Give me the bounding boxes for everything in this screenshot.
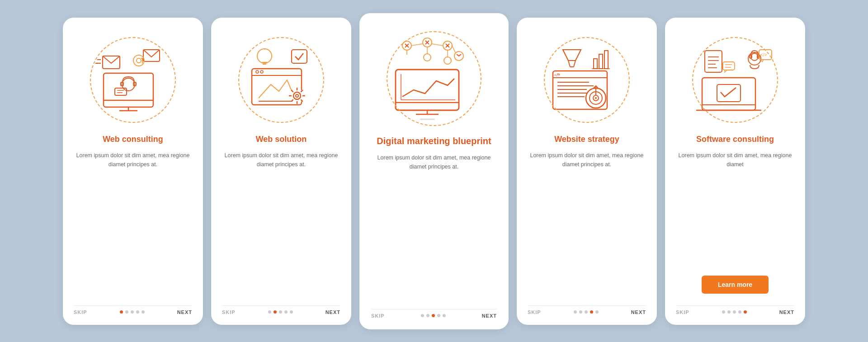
- next-button[interactable]: NEXT: [779, 309, 794, 315]
- card-web-consulting: Web consulting Lorem ipsum dolor sit dim…: [63, 18, 203, 325]
- skip-button[interactable]: SKIP: [676, 309, 689, 315]
- skip-button[interactable]: SKIP: [74, 309, 87, 315]
- dot-3: [279, 310, 282, 314]
- dot-5: [142, 310, 145, 314]
- card-description: Lorem ipsum dolor sit dim amet, mea regi…: [371, 153, 497, 171]
- cards-container: Web consulting Lorem ipsum dolor sit dim…: [63, 13, 805, 329]
- card-footer: SKIP NEXT: [676, 305, 794, 315]
- card-title: Digital marketing blueprint: [377, 135, 491, 147]
- next-button[interactable]: NEXT: [631, 309, 646, 315]
- dot-4: [136, 310, 139, 314]
- skip-button[interactable]: SKIP: [222, 309, 236, 315]
- card-description: Lorem ipsum dolor sit dim amet, mea regi…: [222, 151, 340, 169]
- icon-area-software-consulting: </>: [685, 30, 785, 130]
- dots-indicator: [574, 310, 599, 314]
- card-title: Web solution: [256, 134, 307, 145]
- dot-4: [590, 310, 593, 314]
- dot-5: [443, 314, 446, 317]
- card-website-strategy: </> Website strategy Lorem ipsum dolor s…: [517, 18, 657, 325]
- skip-button[interactable]: SKIP: [528, 309, 541, 315]
- card-description: Lorem ipsum dolor sit dim amet, mea regi…: [528, 151, 646, 169]
- dot-2: [274, 310, 277, 314]
- dots-indicator: [722, 310, 747, 314]
- dot-4: [284, 310, 288, 314]
- dot-2: [426, 314, 429, 317]
- dot-1: [722, 310, 725, 314]
- card-description: Lorem ipsum dolor sit dim amet, mea regi…: [74, 151, 192, 169]
- dot-1: [120, 310, 123, 314]
- card-web-solution: Web solution Lorem ipsum dolor sit dim a…: [211, 18, 351, 325]
- dot-5: [595, 310, 599, 314]
- card-description: Lorem ipsum dolor sit dim amet, mea regi…: [676, 151, 794, 169]
- next-button[interactable]: NEXT: [177, 309, 192, 315]
- card-footer: SKIP NEXT: [528, 305, 646, 315]
- dots-indicator: [268, 310, 293, 314]
- dot-1: [574, 310, 577, 314]
- card-software-consulting: </> Software consulting Lorem ipsum dolo…: [665, 18, 805, 325]
- dot-1: [268, 310, 271, 314]
- skip-button[interactable]: SKIP: [371, 313, 385, 319]
- dots-indicator: [421, 314, 446, 317]
- dot-3: [131, 310, 134, 314]
- dot-4: [437, 314, 440, 317]
- dot-4: [738, 310, 741, 314]
- card-title: Website strategy: [554, 134, 619, 145]
- dot-1: [421, 314, 424, 317]
- card-footer: SKIP NEXT: [222, 305, 340, 315]
- dot-2: [727, 310, 731, 314]
- card-digital-marketing: Digital marketing blueprint Lorem ipsum …: [359, 13, 509, 329]
- dot-2: [579, 310, 582, 314]
- dot-2: [125, 310, 128, 314]
- card-footer: SKIP NEXT: [371, 309, 497, 319]
- icon-area-web-consulting: [83, 30, 183, 130]
- dot-3: [585, 310, 588, 314]
- next-button[interactable]: NEXT: [326, 309, 340, 315]
- dot-5: [744, 310, 747, 314]
- next-button[interactable]: NEXT: [482, 313, 497, 319]
- card-footer: SKIP NEXT: [74, 305, 192, 315]
- dot-3: [733, 310, 736, 314]
- dot-3: [432, 314, 435, 317]
- dots-indicator: [120, 310, 145, 314]
- dot-5: [290, 310, 293, 314]
- icon-area-web-solution: [231, 30, 331, 130]
- icon-area-digital-marketing: [382, 27, 486, 131]
- card-title: Web consulting: [103, 134, 163, 145]
- card-title: Software consulting: [696, 134, 774, 145]
- icon-area-website-strategy: </>: [537, 30, 637, 130]
- learn-more-button[interactable]: Learn more: [702, 276, 769, 294]
